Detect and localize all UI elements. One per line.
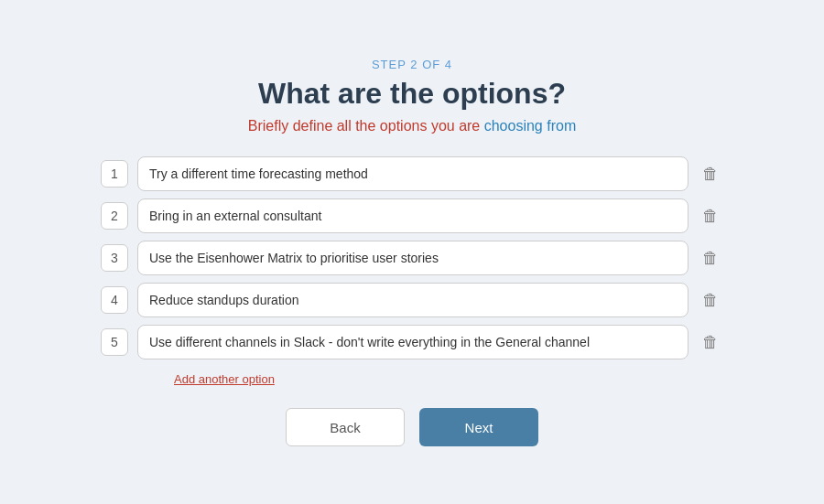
- next-button[interactable]: Next: [419, 408, 538, 446]
- button-row: Back Next: [286, 408, 538, 446]
- page-subtitle: Briefly define all the options you are c…: [248, 118, 576, 134]
- option-input-5[interactable]: [137, 325, 688, 359]
- delete-option-1-button[interactable]: 🗑: [698, 161, 723, 187]
- option-input-4[interactable]: [137, 283, 688, 317]
- option-row-5: 5 🗑: [101, 325, 723, 359]
- delete-option-4-button[interactable]: 🗑: [698, 287, 723, 313]
- option-number-1: 1: [101, 160, 128, 188]
- delete-option-5-button[interactable]: 🗑: [698, 329, 723, 355]
- back-button[interactable]: Back: [286, 408, 405, 446]
- option-row-3: 3 🗑: [101, 241, 723, 275]
- option-number-2: 2: [101, 202, 128, 230]
- option-row-1: 1 🗑: [101, 156, 723, 191]
- option-row-2: 2 🗑: [101, 198, 723, 233]
- options-list: 1 🗑 2 🗑 3 🗑 4 🗑 5 🗑: [101, 156, 723, 359]
- subtitle-part1: Briefly define all the options you are: [248, 118, 484, 134]
- step-label: STEP 2 OF 4: [372, 58, 452, 71]
- option-number-5: 5: [101, 328, 128, 356]
- delete-option-3-button[interactable]: 🗑: [698, 245, 723, 271]
- page-title: What are the options?: [258, 77, 566, 111]
- option-number-3: 3: [101, 244, 128, 272]
- option-input-3[interactable]: [137, 241, 688, 275]
- add-option-button[interactable]: Add another option: [174, 372, 275, 386]
- subtitle-part2: choosing from: [484, 118, 577, 134]
- main-container: STEP 2 OF 4 What are the options? Briefl…: [101, 58, 723, 446]
- delete-option-2-button[interactable]: 🗑: [698, 203, 723, 229]
- option-input-1[interactable]: [137, 156, 688, 191]
- option-input-2[interactable]: [137, 198, 688, 233]
- option-number-4: 4: [101, 286, 128, 314]
- add-row: Add another option: [101, 372, 723, 404]
- option-row-4: 4 🗑: [101, 283, 723, 317]
